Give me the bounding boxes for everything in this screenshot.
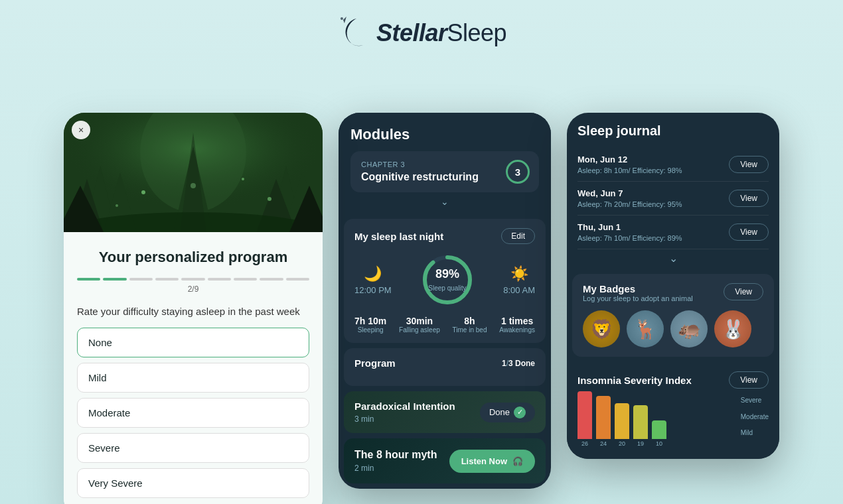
journal-date-1: Wed, Jun 7 — [577, 188, 682, 198]
option-mild[interactable]: Mild — [77, 363, 309, 393]
progress-seg-8 — [260, 278, 283, 281]
severity-bar-label-4: 10 — [656, 440, 662, 447]
sleep-quality-label: Sleep quality — [428, 284, 466, 292]
sleep-stats-row: 7h 10m Sleeping 30min Falling asleep 8h … — [354, 316, 535, 334]
sleep-quality-text: 89% Sleep quality — [428, 267, 466, 293]
badge-bunny: 🐰 — [714, 310, 751, 347]
sleep-card-header: My sleep last night Edit — [354, 228, 535, 244]
program-done-label: Done — [515, 359, 535, 368]
logo-text: StellarSleep — [376, 19, 506, 47]
severity-bar-label-2: 20 — [619, 440, 625, 447]
time-in-value: 12:00 PM — [354, 285, 392, 295]
severity-bar-1 — [596, 396, 611, 439]
modules-header: Modules CHAPTER 3 Cognitive restructurin… — [339, 113, 551, 219]
journal-entry-1: Wed, Jun 7 Asleep: 7h 20m/ Efficiency: 9… — [577, 182, 769, 216]
option-moderate[interactable]: Moderate — [77, 398, 309, 428]
journal-entry-info-1: Wed, Jun 7 Asleep: 7h 20m/ Efficiency: 9… — [577, 188, 682, 208]
phone1-content: Your personalized program 2/9 Rate your … — [64, 232, 323, 504]
phone3-sleep-journal: Sleep journal Mon, Jun 12 Asleep: 8h 10m… — [567, 113, 779, 459]
program-progress-num: 1 — [502, 359, 506, 368]
listen-now-button[interactable]: Listen Now 🎧 — [449, 450, 535, 473]
badge-lion: 🦁 — [583, 310, 620, 347]
time-in-bed-label: Time in bed — [453, 326, 487, 334]
badges-section: My Badges Log your sleep to adopt an ani… — [572, 274, 774, 357]
time-in-bed-value: 8h — [453, 316, 487, 326]
severity-bar-wrap-0: 26 — [577, 391, 592, 447]
sleep-time-in: 🌙 12:00 PM — [354, 265, 392, 295]
journal-entry-0: Mon, Jun 12 Asleep: 8h 10m/ Efficiency: … — [577, 148, 769, 182]
chapter-title: Cognitive restructuring — [361, 171, 528, 183]
journal-chevron-icon: ⌄ — [577, 249, 769, 267]
journal-entry-info-0: Mon, Jun 12 Asleep: 8h 10m/ Efficiency: … — [577, 155, 682, 174]
sleep-card-title: My sleep last night — [354, 231, 443, 242]
progress-seg-4 — [155, 278, 179, 281]
program-card-title: Program — [354, 357, 396, 369]
phones-container: × Your personalized program 2/9 Rate you… — [64, 113, 779, 504]
svg-point-15 — [268, 197, 271, 201]
program-progress-den: 3 — [508, 359, 513, 368]
severity-view-button[interactable]: View — [729, 371, 769, 389]
awakenings-value: 1 times — [499, 316, 535, 326]
svg-point-16 — [191, 183, 196, 188]
journal-stats-1: Asleep: 7h 20m/ Efficiency: 95% — [577, 200, 682, 208]
falling-asleep-value: 30min — [399, 316, 440, 326]
option-none[interactable]: None — [77, 328, 309, 357]
svg-point-0 — [341, 17, 343, 20]
badges-subtitle: Log your sleep to adopt an animal — [583, 294, 693, 302]
sleeping-stat: 7h 10m Sleeping — [354, 316, 386, 334]
severity-bar-3 — [633, 405, 648, 439]
view-button-1[interactable]: View — [729, 190, 769, 207]
phone1-personalized-program: × Your personalized program 2/9 Rate you… — [64, 113, 323, 504]
severity-chart-area: 26 24 20 19 — [577, 397, 769, 450]
sleep-time-out: ☀️ 8:00 AM — [503, 265, 535, 295]
done-label: Done — [489, 407, 510, 417]
severity-level-labels: Severe Moderate Mild — [741, 397, 769, 450]
severity-bar-label-3: 19 — [637, 440, 644, 447]
view-button-2[interactable]: View — [729, 223, 769, 241]
progress-seg-2 — [103, 278, 126, 281]
sleep-card: My sleep last night Edit 🌙 12:00 PM 89% … — [344, 219, 546, 343]
journal-entry-2: Thu, Jun 1 Asleep: 7h 10m/ Efficiency: 8… — [577, 216, 769, 249]
progress-seg-6 — [208, 278, 231, 281]
option-very-severe[interactable]: Very Severe — [77, 468, 309, 498]
close-button[interactable]: × — [72, 121, 90, 139]
severity-bar-label-0: 26 — [581, 440, 588, 447]
severity-bar-label-1: 24 — [600, 440, 607, 447]
severity-header: Insomnia Severity Index View — [577, 371, 769, 389]
journal-title: Sleep journal — [577, 123, 769, 139]
paradox-title: Paradoxical Intention — [354, 401, 455, 412]
sleep-quality-pct: 89% — [428, 267, 466, 281]
sleep-quality-circle: 89% Sleep quality — [421, 253, 474, 306]
myth-card: The 8 hour myth 2 min Listen Now 🎧 — [344, 438, 546, 483]
badges-view-button[interactable]: View — [724, 283, 763, 300]
badge-deer: 🦌 — [627, 310, 664, 347]
view-button-0[interactable]: View — [729, 156, 769, 173]
awakenings-label: Awakenings — [499, 326, 535, 334]
edit-button[interactable]: Edit — [501, 228, 535, 244]
app-header: StellarSleep — [337, 13, 506, 53]
journal-date-0: Mon, Jun 12 — [577, 155, 682, 164]
severity-section: Insomnia Severity Index View 26 24 20 — [567, 362, 779, 459]
severity-mild-label: Mild — [741, 429, 769, 436]
severity-bar-wrap-3: 19 — [633, 405, 648, 447]
severity-moderate-label: Moderate — [741, 413, 769, 420]
program-card: Program 1/3 Done — [344, 348, 546, 386]
badges-header-text: My Badges Log your sleep to adopt an ani… — [583, 283, 693, 302]
falling-asleep-stat: 30min Falling asleep — [399, 316, 440, 334]
severity-bar-4 — [652, 420, 666, 439]
myth-time: 2 min — [354, 464, 437, 473]
severity-title: Insomnia Severity Index — [577, 375, 692, 386]
sleep-main-row: 🌙 12:00 PM 89% Sleep quality ☀️ 8:00 AM — [354, 253, 535, 306]
moon-icon: 🌙 — [354, 265, 392, 283]
severity-severe-label: Severe — [741, 397, 769, 404]
myth-content: The 8 hour myth 2 min — [354, 449, 437, 473]
svg-point-13 — [242, 178, 244, 180]
journal-stats-2: Asleep: 7h 10m/ Efficiency: 89% — [577, 234, 682, 242]
done-button[interactable]: Done ✓ — [480, 403, 535, 422]
severity-bar-wrap-1: 24 — [596, 396, 611, 447]
journal-section: Sleep journal Mon, Jun 12 Asleep: 8h 10m… — [567, 113, 779, 274]
option-severe[interactable]: Severe — [77, 433, 309, 463]
modules-title: Modules — [350, 126, 539, 143]
phone2-modules: Modules CHAPTER 3 Cognitive restructurin… — [339, 113, 551, 489]
journal-entry-info-2: Thu, Jun 1 Asleep: 7h 10m/ Efficiency: 8… — [577, 222, 682, 242]
